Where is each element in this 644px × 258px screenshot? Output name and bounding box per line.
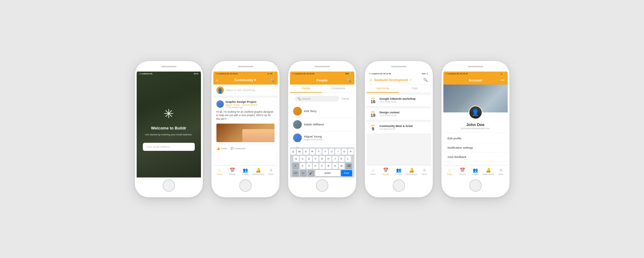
scene: ••• vodafone NL 19:12 ✳ Welcome to Build… xyxy=(0,0,644,258)
key-H[interactable]: H xyxy=(326,156,331,162)
person-name-miguel: Miguel Young xyxy=(304,135,323,138)
phone-4-screen: ••• vodafone NL 4G 22:56 61% 🔋 + Sowbuil… xyxy=(367,72,431,177)
nav-people-label-5: People xyxy=(472,173,479,175)
key-C[interactable]: C xyxy=(313,163,318,169)
search-icon-4[interactable]: 🔍 xyxy=(423,78,428,82)
key-search-btn[interactable]: Zoek xyxy=(341,170,352,176)
nav-people-5[interactable]: 👥 People xyxy=(469,167,482,176)
home-icon-4: ⌂ xyxy=(372,168,374,173)
nav-feed-2[interactable]: ⌂ Feed xyxy=(213,167,226,176)
keyboard-row-3: ⇧ Z X C V B N M ⌫ xyxy=(291,163,354,169)
key-M[interactable]: M xyxy=(339,163,344,169)
event-date-3: Mar 9 xyxy=(370,125,377,131)
nav-events-5[interactable]: 📅 Events xyxy=(456,167,469,176)
key-I[interactable]: I xyxy=(335,149,341,155)
person-row-martin[interactable]: Martin Williams xyxy=(290,118,354,131)
search-icon-2[interactable]: 🔍 xyxy=(270,78,275,82)
cancel-button[interactable]: Cancel xyxy=(342,97,349,100)
key-O[interactable]: O xyxy=(342,149,347,155)
nav-events-2[interactable]: 📅 Events xyxy=(226,167,239,176)
person-row-nina[interactable]: Nina Roos xyxy=(290,145,354,147)
key-Q[interactable]: Q xyxy=(290,149,296,155)
search-icon-3[interactable]: 🔍 xyxy=(347,78,351,82)
key-X[interactable]: X xyxy=(306,163,312,169)
nav-more-5[interactable]: ≡ More xyxy=(495,167,508,176)
key-D[interactable]: D xyxy=(306,156,312,162)
give-feedback-item[interactable]: Give feedback xyxy=(443,152,508,162)
notification-settings-item[interactable]: Notification settings xyxy=(443,143,508,152)
key-V[interactable]: V xyxy=(319,163,325,169)
key-T[interactable]: T xyxy=(316,149,322,155)
person-avatar-miguel xyxy=(293,133,302,142)
key-mic[interactable]: 🎤 xyxy=(308,170,314,176)
person-avatar-kirk xyxy=(293,107,302,116)
key-J[interactable]: J xyxy=(332,156,338,162)
tab-people[interactable]: People xyxy=(290,85,322,93)
key-W[interactable]: W xyxy=(297,149,302,155)
person-row-miguel[interactable]: Miguel Young Digital Enthusiast! xyxy=(290,131,354,145)
key-P[interactable]: P xyxy=(348,149,354,155)
nav-notifications-4[interactable]: 🔔 Notifications xyxy=(405,167,418,176)
status-left-3: ••• vodafone NL 4G 22:29 xyxy=(292,73,314,75)
key-space[interactable]: spatie xyxy=(315,170,340,176)
tab-past[interactable]: Past xyxy=(399,85,431,93)
key-N[interactable]: N xyxy=(332,163,338,169)
nav-events-4[interactable]: 📅 Events xyxy=(379,167,392,176)
filter-icon[interactable]: ≡ xyxy=(216,78,218,82)
more-dots-icon[interactable]: ••• xyxy=(501,78,505,82)
key-B[interactable]: B xyxy=(326,163,331,169)
comment-action[interactable]: 💬 Comment xyxy=(231,147,245,150)
logo-icon: ✳ xyxy=(164,107,174,121)
phone-2-screen: ••• vodafone NL 4G 22:03 ▲ 7% 🔋 ≡ Commun… xyxy=(213,72,278,177)
event-item-3[interactable]: Mar 9 Community Meet & Greet 3-3-2018 20… xyxy=(367,122,431,134)
nav-notifications-2[interactable]: 🔔 Notifications xyxy=(252,167,265,176)
key-G[interactable]: G xyxy=(319,156,325,162)
more-icon-4: ≡ xyxy=(423,168,426,173)
edit-profile-item[interactable]: Edit profile xyxy=(443,134,508,143)
compose-bar[interactable]: Share or ask something... xyxy=(213,85,278,96)
nav-people-4[interactable]: 👥 People xyxy=(392,167,405,176)
nav-more-2[interactable]: ≡ More xyxy=(265,167,278,176)
key-A[interactable]: A xyxy=(293,156,299,162)
key-123[interactable]: 123 xyxy=(292,170,299,176)
comment-label: Comment xyxy=(235,147,245,150)
status-time-1: 19:12 xyxy=(194,73,198,75)
nav-people-2[interactable]: 👥 People xyxy=(239,167,252,176)
status-bar-3: ••• vodafone NL 4G 22:29 28% 🔋 xyxy=(290,72,354,76)
account-cover: 👤 xyxy=(443,85,508,112)
nav-notifications-5[interactable]: 🔔 Notifications xyxy=(482,167,495,176)
key-F[interactable]: F xyxy=(313,156,318,162)
key-L[interactable]: L xyxy=(345,156,351,162)
event-item-1[interactable]: Apr 16 Google Adwords workshop 16-4-2018… xyxy=(367,95,431,107)
key-S[interactable]: S xyxy=(300,156,305,162)
bell-icon-5: 🔔 xyxy=(486,168,491,173)
key-Y[interactable]: Y xyxy=(322,149,328,155)
nav-feed-5[interactable]: ⌂ Feed xyxy=(443,167,456,176)
event-item-2[interactable]: Mar 19 Design contest 19-3-2018 21:00 xyxy=(367,108,431,120)
plus-icon[interactable]: + xyxy=(370,77,372,82)
nav-feed-4[interactable]: ⌂ Feed xyxy=(367,167,380,176)
nav-more-4[interactable]: ≡ More xyxy=(418,167,431,176)
like-action[interactable]: 👍 Liked xyxy=(216,147,227,150)
person-row-kirk[interactable]: Kirk Terry xyxy=(290,105,354,118)
nav-notif-label-4: Notifications xyxy=(406,173,417,175)
key-Z[interactable]: Z xyxy=(300,163,305,169)
keyboard-row-1: Q W E R T Y U I O P xyxy=(291,149,354,155)
tab-upcoming[interactable]: Upcoming xyxy=(367,85,399,93)
dropdown-arrow-icon[interactable]: ▾ xyxy=(410,79,411,81)
status-bar-1: ••• vodafone NL 19:12 xyxy=(137,72,201,76)
key-shift[interactable]: ⇧ xyxy=(292,163,299,169)
search-bar[interactable]: 🔍 Search xyxy=(295,96,339,102)
home-icon: ⌂ xyxy=(218,168,221,173)
key-emoji[interactable]: ☺ xyxy=(300,170,307,176)
key-U[interactable]: U xyxy=(329,149,335,155)
people-icon: 👥 xyxy=(243,168,248,173)
key-E[interactable]: E xyxy=(303,149,309,155)
events-tabs: Upcoming Past xyxy=(367,85,431,93)
nav-feed-label-5: Feed xyxy=(447,173,452,175)
email-input-field[interactable]: Your email address xyxy=(143,143,195,151)
key-K[interactable]: K xyxy=(339,156,344,162)
key-delete[interactable]: ⌫ xyxy=(345,163,352,169)
key-R[interactable]: R xyxy=(310,149,315,155)
tab-companies[interactable]: Companies xyxy=(322,85,354,93)
